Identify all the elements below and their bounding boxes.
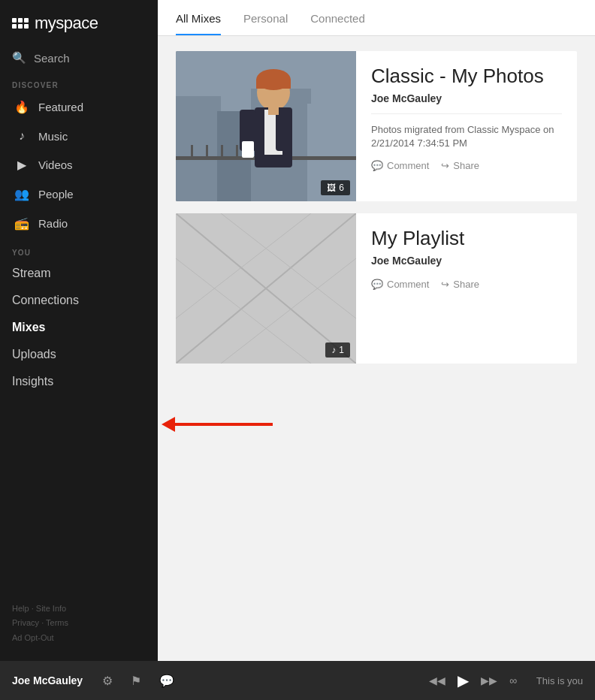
mix-2-author[interactable]: Joe McGauley bbox=[371, 255, 562, 267]
mix-2-title[interactable]: My Playlist bbox=[371, 227, 562, 250]
you-section-label: YOU bbox=[0, 238, 158, 260]
loop-button[interactable]: ∞ bbox=[506, 674, 520, 686]
sidebar-item-featured-label: Featured bbox=[38, 101, 83, 113]
mix-thumbnail-1[interactable]: 🖼 6 bbox=[176, 51, 356, 201]
search-item[interactable]: 🔍 Search bbox=[0, 45, 158, 77]
mix-1-description: Photos migrated from Classic Myspace on … bbox=[371, 123, 562, 150]
radio-icon: 📻 bbox=[14, 216, 29, 231]
sidebar-item-connections[interactable]: Connections bbox=[0, 287, 158, 314]
player-controls: ◀◀ ▶ ▶▶ ∞ bbox=[426, 671, 520, 689]
share-icon-2: ↪ bbox=[441, 279, 449, 290]
privacy-link[interactable]: Privacy bbox=[12, 618, 39, 627]
svg-rect-18 bbox=[276, 110, 292, 151]
sidebar-item-people[interactable]: 👥 People bbox=[0, 180, 158, 209]
mix-2-badge-count: 1 bbox=[339, 345, 344, 355]
sidebar-item-videos-label: Videos bbox=[38, 158, 73, 171]
sidebar-item-radio[interactable]: 📻 Radio bbox=[0, 209, 158, 238]
sidebar-item-stream[interactable]: Stream bbox=[0, 260, 158, 287]
play-button[interactable]: ▶ bbox=[455, 671, 472, 689]
ad-opt-out-link[interactable]: Ad Opt-Out bbox=[12, 633, 54, 642]
share-label: Share bbox=[453, 160, 479, 171]
sidebar-item-videos[interactable]: ▶ Videos bbox=[0, 150, 158, 180]
search-label: Search bbox=[34, 52, 70, 65]
videos-icon: ▶ bbox=[14, 158, 29, 172]
mix-2-badge: ♪ 1 bbox=[325, 342, 350, 358]
placeholder-svg bbox=[176, 213, 356, 364]
people-icon: 👥 bbox=[14, 187, 29, 201]
mix-1-badge: 🖼 6 bbox=[321, 180, 350, 195]
svg-rect-6 bbox=[191, 145, 193, 160]
mix-list: 🖼 6 Classic - My Photos Joe McGauley Pho… bbox=[158, 36, 595, 379]
main-content: All Mixes Personal Connected bbox=[158, 0, 595, 661]
uploads-label: Uploads bbox=[12, 348, 56, 361]
share-label-2: Share bbox=[453, 279, 479, 290]
share-icon: ↪ bbox=[441, 160, 449, 171]
logo-dots bbox=[12, 18, 29, 29]
comment-label: Comment bbox=[387, 160, 429, 171]
mix-card-1: 🖼 6 Classic - My Photos Joe McGauley Pho… bbox=[176, 51, 577, 201]
sidebar-item-music-label: Music bbox=[38, 130, 68, 143]
chat-icon[interactable]: 💬 bbox=[155, 674, 179, 688]
help-link[interactable]: Help bbox=[12, 604, 29, 613]
forward-button[interactable]: ▶▶ bbox=[478, 674, 500, 686]
svg-rect-1 bbox=[176, 96, 221, 201]
mix-2-comment-action[interactable]: 💬 Comment bbox=[371, 279, 429, 290]
svg-rect-8 bbox=[221, 145, 223, 160]
mix-2-info: My Playlist Joe McGauley 💬 Comment ↪ Sha… bbox=[356, 213, 577, 364]
music-icon: ♪ bbox=[14, 129, 29, 143]
flag-icon[interactable]: ⚑ bbox=[126, 674, 146, 688]
rewind-button[interactable]: ◀◀ bbox=[426, 674, 449, 686]
sidebar-footer: Help · Site Info Privacy · Terms Ad Opt-… bbox=[0, 587, 158, 661]
sidebar-item-radio-label: Radio bbox=[38, 217, 68, 230]
tab-all-mixes[interactable]: All Mixes bbox=[176, 0, 221, 35]
comment-icon-2: 💬 bbox=[371, 279, 383, 290]
mix-2-badge-icon: ♪ bbox=[331, 345, 336, 355]
sidebar-item-featured[interactable]: 🔥 Featured bbox=[0, 92, 158, 122]
bottom-user-name: Joe McGauley bbox=[12, 674, 83, 686]
mix-photo-svg bbox=[176, 51, 356, 201]
stream-label: Stream bbox=[12, 267, 51, 279]
mix-1-divider bbox=[371, 113, 562, 114]
sidebar-item-people-label: People bbox=[38, 188, 74, 201]
svg-rect-19 bbox=[242, 141, 254, 158]
sidebar-item-uploads[interactable]: Uploads bbox=[0, 341, 158, 368]
mix-2-share-action[interactable]: ↪ Share bbox=[441, 279, 479, 290]
tab-connected[interactable]: Connected bbox=[310, 0, 365, 35]
gear-icon[interactable]: ⚙ bbox=[98, 674, 117, 688]
site-info-link[interactable]: Site Info bbox=[36, 604, 66, 613]
svg-rect-14 bbox=[256, 80, 291, 89]
mix-1-author[interactable]: Joe McGauley bbox=[371, 92, 562, 104]
mix-1-actions: 💬 Comment ↪ Share bbox=[371, 160, 562, 171]
mix-1-badge-icon: 🖼 bbox=[327, 183, 336, 193]
logo[interactable]: myspace bbox=[0, 0, 158, 45]
discover-section-label: DISCOVER bbox=[0, 77, 158, 92]
comment-icon: 💬 bbox=[371, 160, 383, 171]
mix-1-info: Classic - My Photos Joe McGauley Photos … bbox=[356, 51, 577, 201]
main-tabs: All Mixes Personal Connected bbox=[158, 0, 595, 36]
mix-card-2: ♪ 1 My Playlist Joe McGauley 💬 Comment bbox=[176, 213, 577, 364]
svg-rect-7 bbox=[206, 145, 208, 160]
bottom-bar: Joe McGauley ⚙ ⚑ 💬 ◀◀ ▶ ▶▶ ∞ This is you bbox=[0, 661, 595, 700]
now-playing-text: This is you bbox=[536, 675, 583, 686]
mix-1-comment-action[interactable]: 💬 Comment bbox=[371, 160, 429, 171]
terms-link[interactable]: Terms bbox=[46, 618, 68, 627]
mix-1-title[interactable]: Classic - My Photos bbox=[371, 65, 562, 88]
comment-label-2: Comment bbox=[387, 279, 429, 290]
mix-2-actions: 💬 Comment ↪ Share bbox=[371, 279, 562, 290]
sidebar: myspace 🔍 Search DISCOVER 🔥 Featured ♪ M… bbox=[0, 0, 158, 661]
tab-personal[interactable]: Personal bbox=[243, 0, 288, 35]
mix-thumbnail-2[interactable]: ♪ 1 bbox=[176, 213, 356, 364]
mixes-label: Mixes bbox=[12, 321, 45, 333]
search-icon: 🔍 bbox=[12, 51, 26, 65]
sidebar-item-insights[interactable]: Insights bbox=[0, 368, 158, 395]
svg-rect-9 bbox=[236, 145, 238, 160]
sidebar-item-music[interactable]: ♪ Music bbox=[0, 122, 158, 150]
logo-text: myspace bbox=[35, 14, 98, 33]
insights-label: Insights bbox=[12, 375, 53, 388]
mix-1-share-action[interactable]: ↪ Share bbox=[441, 160, 479, 171]
connections-label: Connections bbox=[12, 294, 79, 306]
svg-rect-20 bbox=[268, 106, 279, 115]
mix-1-badge-count: 6 bbox=[339, 183, 344, 193]
featured-icon: 🔥 bbox=[14, 100, 29, 114]
sidebar-item-mixes[interactable]: Mixes bbox=[0, 314, 158, 341]
